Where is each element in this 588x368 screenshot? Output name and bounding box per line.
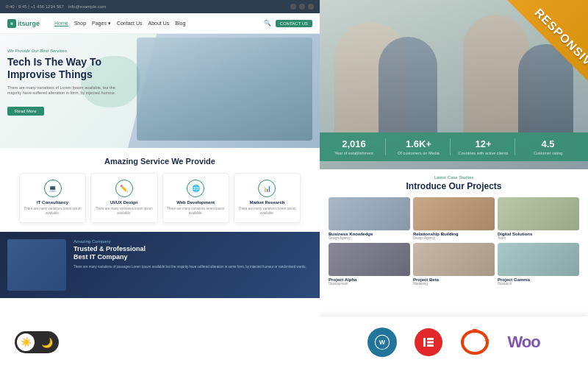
elementor-logo xyxy=(415,328,442,356)
stat-number-3: 12+ xyxy=(458,138,509,149)
nav-links: Home Shop Pages ▾ Contact Us About Us Bl… xyxy=(54,21,185,26)
project-type-1: Design Agency xyxy=(329,236,410,240)
stat-number-4: 4.5 xyxy=(523,138,573,149)
project-card-4[interactable]: Project Alpha Development xyxy=(329,243,410,286)
right-panel: RESPONSIVE 2,016 Year of establishment 1… xyxy=(320,0,588,368)
service-card-2: ✏️ UI/UX Design There are many variation… xyxy=(90,173,157,223)
services-grid: 💻 IT Consultancy There are many variatio… xyxy=(7,173,312,223)
stats-row: 2,016 Year of establishment 1.6K+ Of cus… xyxy=(320,132,588,161)
svg-rect-3 xyxy=(427,338,434,340)
stat-label-4: Customer rating xyxy=(523,151,573,155)
wordpress-icon: W xyxy=(368,328,397,357)
service-name-4: Market Research xyxy=(238,200,296,205)
nav-link-home[interactable]: Home xyxy=(54,21,68,26)
project-image-1 xyxy=(329,197,410,230)
bottom-preview-title: Trusted & Professional Best IT Company xyxy=(74,245,312,262)
bottom-preview-content: Amazing Company Trusted & Professional B… xyxy=(74,239,312,270)
project-type-2: Design Agency xyxy=(413,236,495,240)
service-icon-3: 🌐 xyxy=(187,180,204,197)
projects-label: Latest Case Studies xyxy=(329,175,579,180)
stat-number-1: 2,016 xyxy=(329,138,379,149)
left-panel: 0:40 - 9:45 | +1 456 1234 567 info@examp… xyxy=(0,0,320,368)
service-desc-3: There are many variations lorem ipsum av… xyxy=(167,207,225,216)
project-type-4: Development xyxy=(329,282,410,286)
logo-icon: it xyxy=(7,19,16,28)
project-image-3 xyxy=(498,197,579,230)
service-icon-2: ✏️ xyxy=(115,180,133,197)
bottom-preview-image xyxy=(7,239,66,291)
stat-number-2: 1.6K+ xyxy=(393,138,444,149)
wordpress-logo: W xyxy=(368,328,397,357)
main-container: 0:40 - 9:45 | +1 456 1234 567 info@examp… xyxy=(0,0,588,368)
project-image-2 xyxy=(413,197,495,230)
service-name-3: Web Development xyxy=(167,200,225,205)
elementor-icon xyxy=(415,328,442,356)
social-icon-2 xyxy=(299,4,305,10)
svg-rect-5 xyxy=(427,344,434,347)
stat-label-1: Year of establishment xyxy=(329,151,379,155)
project-card-5[interactable]: Project Beta Marketing xyxy=(413,243,495,286)
moon-icon: 🌙 xyxy=(41,337,53,348)
bottom-preview-desc: There are many variations of passages Lo… xyxy=(74,265,312,269)
service-icon-1: 💻 xyxy=(44,180,62,197)
stat-item-2: 1.6K+ Of customers on Media xyxy=(393,138,451,155)
contact-us-button[interactable]: CONTACT US xyxy=(276,20,312,27)
project-type-5: Marketing xyxy=(413,282,495,286)
theme-toggle-switch[interactable]: ☀️ 🌙 xyxy=(15,331,59,353)
bottom-preview-section: Amazing Company Trusted & Professional B… xyxy=(0,232,320,298)
project-image-6 xyxy=(498,243,579,276)
project-card-1[interactable]: Business Knowledge Design Agency xyxy=(329,197,410,240)
hero-content: We Provide Our Best Services Tech Is The… xyxy=(7,49,168,116)
nav-link-pages[interactable]: Pages ▾ xyxy=(92,21,111,26)
theme-toggle-container: ☀️ 🌙 xyxy=(15,331,59,353)
svg-text:W: W xyxy=(379,339,386,346)
nav-link-about[interactable]: About Us xyxy=(148,21,169,26)
hero-title-line2: Improvise Things xyxy=(7,68,93,80)
service-name-2: UI/UX Design xyxy=(95,200,153,205)
project-image-5 xyxy=(413,243,495,276)
projects-title: Introduce Our Projects xyxy=(329,181,579,191)
stat-label-2: Of customers on Media xyxy=(393,151,444,155)
logo-text: itsurge xyxy=(18,20,40,27)
sun-icon: ☀️ xyxy=(21,337,32,347)
service-card-4: 📊 Market Research There are many variati… xyxy=(234,173,301,223)
project-card-6[interactable]: Project Gamma Research xyxy=(498,243,579,286)
svg-rect-2 xyxy=(423,338,426,347)
project-image-4 xyxy=(329,243,410,276)
tech-logos-bar: W xyxy=(320,316,588,368)
website-topbar: 0:40 - 9:45 | +1 456 1234 567 info@examp… xyxy=(0,0,320,13)
hero-description: There are many variations of Lorem Ipsum… xyxy=(7,85,125,96)
nav-link-blog[interactable]: Blog xyxy=(175,21,185,26)
woocommerce-text: Woo xyxy=(507,333,539,352)
service-desc-1: There are many variations lorem ipsum av… xyxy=(24,207,82,216)
projects-grid: Business Knowledge Design Agency Relatio… xyxy=(329,197,579,286)
hero-title-line1: Tech Is The Way To xyxy=(7,56,101,68)
project-card-3[interactable]: Digital Solutions Team xyxy=(498,197,579,240)
stat-item-4: 4.5 Customer rating xyxy=(523,138,579,155)
stat-label-3: Countries with active clients xyxy=(458,151,509,155)
nav-right: 🔍 CONTACT US xyxy=(264,20,312,27)
hero-section: We Provide Our Best Services Tech Is The… xyxy=(0,34,320,148)
service-desc-2: There are many variations lorem ipsum av… xyxy=(95,207,153,216)
hero-title: Tech Is The Way To Improvise Things xyxy=(7,56,168,81)
service-card-1: 💻 IT Consultancy There are many variatio… xyxy=(19,173,86,223)
toggle-knob: ☀️ xyxy=(17,333,35,351)
person-2 xyxy=(379,37,437,132)
hero-subtitle: We Provide Our Best Services xyxy=(7,49,168,53)
search-icon[interactable]: 🔍 xyxy=(264,20,271,26)
project-type-6: Research xyxy=(498,282,579,286)
social-icon-1 xyxy=(290,4,296,10)
bottom-preview-label: Amazing Company xyxy=(74,239,312,244)
woocommerce-logo: Woo xyxy=(507,333,539,352)
service-card-3: 🌐 Web Development There are many variati… xyxy=(162,173,229,223)
topbar-icons xyxy=(290,4,314,10)
project-card-2[interactable]: Relationship Building Design Agency xyxy=(413,197,495,240)
nav-link-contact[interactable]: Contact Us xyxy=(117,21,143,26)
topbar-mid-text: info@example.com xyxy=(68,4,106,9)
hero-read-more-button[interactable]: Read More xyxy=(7,107,44,116)
social-icon-3 xyxy=(308,4,314,10)
services-section: Amazing Service We Provide 💻 IT Consulta… xyxy=(0,148,320,232)
services-title: Amazing Service We Provide xyxy=(7,157,312,166)
nav-logo: it itsurge xyxy=(7,19,40,28)
nav-link-shop[interactable]: Shop xyxy=(74,21,86,26)
